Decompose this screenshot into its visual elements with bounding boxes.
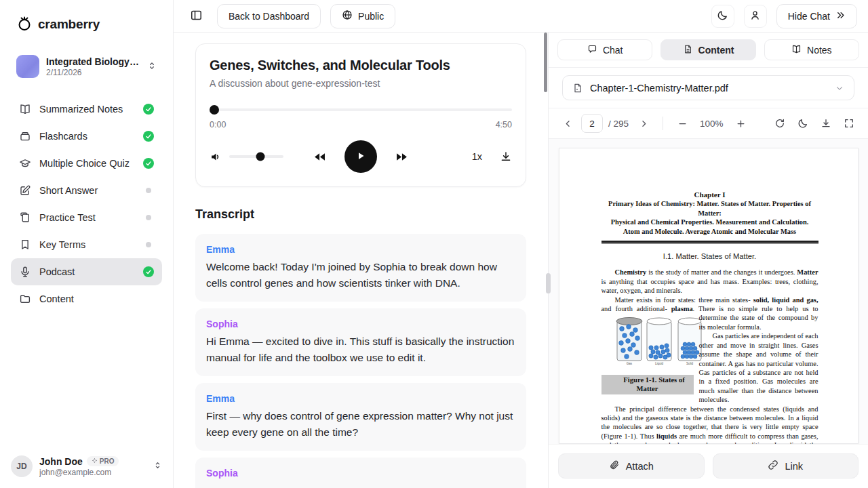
zoom-out-button[interactable]: [673, 114, 692, 133]
sidebar-toggle-button[interactable]: [184, 5, 208, 28]
sidebar-item-label: Short Answer: [39, 185, 138, 196]
avatar: JD: [11, 455, 33, 477]
page-count: / 295: [608, 119, 629, 129]
volume-slider[interactable]: [229, 155, 283, 158]
play-button[interactable]: [344, 140, 377, 173]
seek-track: [210, 108, 512, 111]
folder-icon: [19, 293, 31, 305]
link-button[interactable]: Link: [713, 453, 859, 479]
chat-bubble-icon: [587, 44, 597, 56]
figure-label-solid: Solid: [686, 362, 693, 365]
project-selector[interactable]: Integrated Biology S… 2/11/2026: [11, 49, 162, 83]
zoom-level: 100%: [700, 119, 724, 129]
cramberry-logo-icon: [16, 15, 33, 33]
hide-chat-button[interactable]: Hide Chat: [776, 4, 857, 28]
speaker-name: Emma: [206, 244, 515, 255]
sidebar-item-key-terms[interactable]: Key Terms: [11, 231, 162, 258]
public-button[interactable]: Public: [330, 4, 395, 28]
pdf-toolbar: / 295 100%: [549, 108, 868, 139]
speaker-name: Sophia: [206, 319, 515, 329]
panel-tabs: Chat Content Notes: [549, 33, 868, 68]
file-text-icon: [683, 44, 693, 56]
paperclip-icon: [609, 460, 620, 472]
app-root: cramberry Integrated Biology S… 2/11/202…: [0, 0, 868, 488]
transcript-heading: Transcript: [195, 207, 526, 222]
pencil-square-icon: [19, 184, 31, 197]
states-of-matter-figure-image: Gas Liquid: [615, 315, 705, 369]
pdf-viewer[interactable]: Chapter I Primary Ideas of Chemistry: Ma…: [549, 139, 868, 444]
transcript-message: Sophia: [195, 458, 526, 488]
download-audio-button[interactable]: [500, 150, 512, 163]
user-name: John Doe: [39, 456, 83, 467]
flashcards-icon: [19, 130, 31, 142]
link-icon: [768, 460, 778, 472]
pdf-theme-toggle-button[interactable]: [793, 114, 812, 133]
current-time: 0:00: [210, 120, 226, 129]
sparkle-icon: [92, 458, 98, 465]
fullscreen-button[interactable]: [840, 114, 859, 133]
project-title: Integrated Biology S…: [46, 56, 140, 67]
chevron-down-icon: [835, 83, 844, 93]
notebook-icon: [791, 44, 802, 56]
zoom-in-button[interactable]: [732, 114, 751, 133]
rewind-button[interactable]: [313, 150, 327, 164]
volume-icon[interactable]: [210, 150, 222, 163]
back-to-dashboard-button[interactable]: Back to Dashboard: [217, 4, 321, 28]
previous-page-button[interactable]: [558, 114, 577, 133]
chevrons-right-icon: [835, 10, 846, 22]
status-done-badge: [143, 131, 154, 142]
pdf-paragraph: The principal difference between the con…: [601, 405, 818, 444]
status-pending-dot: [146, 242, 151, 247]
sidebar-item-content[interactable]: Content: [11, 285, 162, 312]
pdf-heading-line: Atom and Molecule. Average Atomic and Mo…: [601, 227, 818, 236]
globe-icon: [342, 9, 353, 22]
volume-thumb[interactable]: [256, 152, 264, 161]
fast-forward-button[interactable]: [395, 150, 409, 164]
theme-toggle-button[interactable]: [711, 5, 734, 28]
tab-notes[interactable]: Notes: [764, 39, 859, 60]
account-button[interactable]: [744, 5, 767, 28]
panel-actions: Attach Link: [549, 444, 868, 488]
play-icon: [355, 150, 367, 164]
pdf-section-title: I.1. Matter. States of Matter.: [601, 252, 818, 261]
message-text: Welcome back! Today I'm joined by Sophia…: [206, 259, 515, 291]
sidebar-item-summarized-notes[interactable]: Summarized Notes: [11, 96, 162, 123]
pdf-heading-line: Physical and Chemical Properties. Measur…: [601, 218, 818, 226]
page-number-input[interactable]: [581, 114, 603, 133]
scrollbar-thumb[interactable]: [544, 33, 547, 92]
sidebar-item-label: Content: [39, 293, 154, 304]
podcast-subtitle: A discussion about gene-expression-test: [210, 78, 512, 89]
tab-content[interactable]: Content: [660, 39, 755, 60]
tab-chat[interactable]: Chat: [557, 39, 652, 60]
attach-button[interactable]: Attach: [558, 453, 705, 479]
content-panel: Chat Content Notes Chapter-1-Chemistry-M: [548, 33, 868, 488]
pdf-figure: Gas Liquid: [601, 315, 694, 394]
user-menu[interactable]: JD John Doe PRO john@example.com: [0, 445, 173, 488]
file-selector[interactable]: Chapter-1-Chemistry-Matter.pdf: [562, 75, 854, 100]
download-pdf-button[interactable]: [816, 114, 835, 133]
pdf-chapter-title: Chapter I: [601, 190, 818, 199]
sidebar-item-podcast[interactable]: Podcast: [11, 258, 162, 285]
status-done-badge: [143, 104, 154, 115]
status-done-badge: [143, 158, 154, 169]
sidebar-item-multiple-choice-quiz[interactable]: Multiple Choice Quiz: [11, 150, 162, 177]
sidebar-item-practice-test[interactable]: Practice Test: [11, 204, 162, 231]
playback-speed-button[interactable]: 1x: [472, 151, 482, 162]
seek-thumb[interactable]: [210, 105, 219, 115]
refresh-button[interactable]: [770, 114, 789, 133]
pdf-paragraph: Matter exists in four states: three main…: [601, 296, 818, 332]
sidebar-item-label: Key Terms: [39, 239, 138, 250]
sidebar-item-flashcards[interactable]: Flashcards: [11, 123, 162, 150]
file-name: Chapter-1-Chemistry-Matter.pdf: [590, 83, 828, 94]
brand-name: cramberry: [38, 17, 100, 32]
seek-bar[interactable]: [210, 105, 512, 115]
panel-resize-handle[interactable]: [546, 273, 551, 293]
status-done-badge: [143, 266, 154, 277]
pdf-page: Chapter I Primary Ideas of Chemistry: Ma…: [559, 148, 859, 444]
sidebar-item-short-answer[interactable]: Short Answer: [11, 177, 162, 204]
sidebar-nav: Summarized Notes Flashcards Multiple Cho…: [0, 83, 173, 445]
bookmark-icon: [19, 239, 31, 251]
brand-logo: cramberry: [0, 0, 173, 43]
podcast-title: Genes, Switches, and Molecular Tools: [210, 58, 512, 73]
next-page-button[interactable]: [634, 114, 653, 133]
